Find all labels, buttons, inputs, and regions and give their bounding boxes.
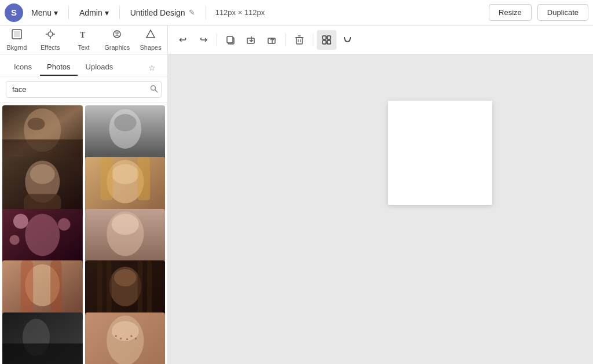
svg-rect-26 [323,36,326,39]
menu-button[interactable]: Menu ▾ [25,5,64,20]
search-submit-button[interactable] [150,84,158,94]
effects-label: Effects [41,44,60,51]
delete-button[interactable] [290,30,309,50]
menu-chevron-icon: ▾ [54,8,58,17]
svg-point-51 [25,214,60,256]
tab-uploads[interactable]: Uploads [79,59,120,76]
svg-point-47 [111,164,138,184]
magnet-button[interactable] [338,30,357,50]
svg-point-64 [114,269,136,286]
tool-panel-tabs: Bkgrnd Effects T Text Graphics Shapes [0,25,168,54]
svg-rect-67 [137,260,142,321]
svg-rect-65 [97,260,103,321]
redo-button[interactable]: ↪ [193,30,213,50]
tool-tab-bkgrnd[interactable]: Bkgrnd [0,25,34,54]
admin-chevron-icon: ▾ [105,8,109,17]
copy-button[interactable] [221,30,240,50]
effects-icon [45,28,56,43]
tool-tab-text[interactable]: T Text [67,25,101,54]
tool-tab-shapes[interactable]: Shapes [134,25,167,54]
svg-point-52 [13,214,28,229]
tab-photos[interactable]: Photos [40,59,77,76]
svg-point-77 [130,335,132,337]
list-item[interactable] [2,157,83,217]
main-area: Icons Photos Uploads ☆ [0,54,593,364]
svg-point-74 [111,321,138,341]
layer-up-button[interactable] [262,30,282,50]
avatar[interactable]: S [5,3,23,22]
svg-point-2 [48,32,53,36]
nav-divider-3 [206,6,206,20]
action-sep-1 [217,34,217,46]
undo-button[interactable]: ↩ [173,30,192,50]
svg-rect-60 [21,260,33,321]
graphics-icon [111,28,123,43]
list-item[interactable] [85,209,166,269]
nav-divider-1 [68,6,69,20]
svg-point-57 [111,214,138,234]
design-title-area[interactable]: Untitled Design ✎ [125,5,201,20]
svg-rect-48 [100,157,112,200]
bkgrnd-icon [11,28,23,43]
left-panel: Icons Photos Uploads ☆ [0,54,168,364]
design-canvas [388,101,492,205]
panel-tabs: Icons Photos Uploads ☆ [0,54,167,76]
photo-grid [0,103,167,364]
action-sep-2 [285,34,286,46]
action-sep-3 [313,34,313,46]
svg-rect-61 [50,260,61,321]
list-item[interactable] [2,312,83,364]
svg-point-53 [58,218,70,230]
list-item[interactable] [2,209,83,269]
svg-point-75 [115,335,116,337]
bkgrnd-label: Bkgrnd [6,44,27,51]
svg-point-32 [151,86,156,90]
graphics-label: Graphics [104,44,130,51]
list-item[interactable] [85,312,166,364]
svg-rect-68 [147,260,152,321]
svg-point-79 [134,337,136,339]
list-item[interactable] [2,105,83,166]
list-item[interactable] [85,157,166,217]
dimension-label: 112px × 112px [211,8,270,17]
shapes-icon [145,28,156,43]
svg-rect-49 [137,157,149,200]
design-title: Untitled Design [130,8,185,17]
action-bar: ↩ ↪ [168,30,593,50]
nav-divider-2 [119,6,120,20]
layer-down-button[interactable] [241,30,261,50]
top-nav: S Menu ▾ Admin ▾ Untitled Design ✎ 112px… [0,0,593,25]
duplicate-button[interactable]: Duplicate [537,4,588,21]
svg-point-9 [116,32,118,34]
text-label: Text [78,44,89,51]
resize-button[interactable]: Resize [489,4,532,21]
tool-tab-effects[interactable]: Effects [34,25,67,54]
svg-point-78 [126,338,127,340]
admin-button[interactable]: Admin ▾ [74,5,115,20]
edit-icon: ✎ [189,8,195,17]
svg-rect-12 [227,36,233,43]
svg-rect-21 [296,38,302,44]
grid-button[interactable] [317,30,336,50]
svg-point-54 [9,235,19,245]
canvas-area[interactable] [168,54,593,364]
svg-rect-27 [327,36,331,39]
tab-icons[interactable]: Icons [7,59,39,76]
svg-point-76 [120,337,122,339]
svg-rect-29 [327,41,331,44]
toolbar-row: Bkgrnd Effects T Text Graphics Shapes [0,25,593,54]
text-icon: T [78,28,89,43]
list-item[interactable] [2,260,83,321]
list-item[interactable] [85,260,166,321]
list-item[interactable] [85,105,166,166]
svg-rect-1 [14,31,20,37]
svg-line-33 [155,90,158,93]
svg-rect-28 [323,41,326,44]
tool-tab-graphics[interactable]: Graphics [100,25,134,54]
svg-point-36 [28,117,45,130]
svg-point-43 [30,164,55,184]
svg-text:T: T [80,31,86,39]
search-input[interactable] [6,81,162,98]
svg-marker-10 [147,30,155,38]
favorite-button[interactable]: ☆ [144,59,160,76]
